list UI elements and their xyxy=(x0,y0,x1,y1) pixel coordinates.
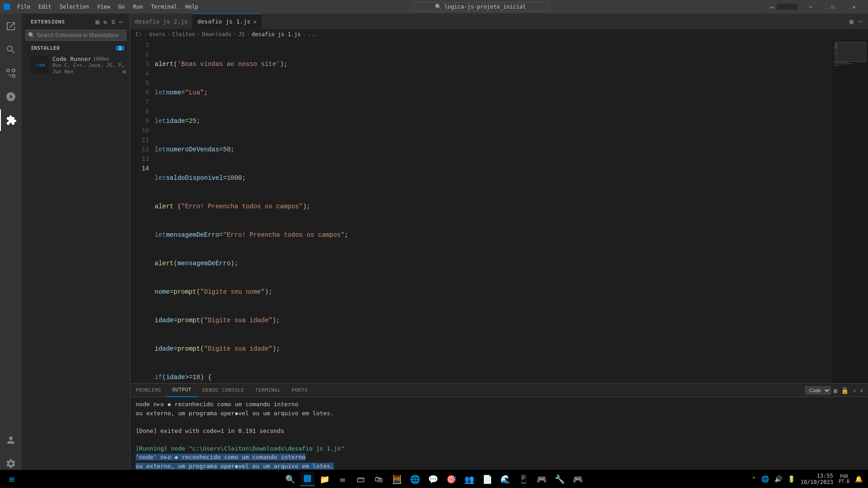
extension-code-runner[interactable]: .run Code Runner 1086ms Run C, C++, Java… xyxy=(22,53,130,78)
line-7: 7 xyxy=(130,98,149,107)
taskbar-calculator[interactable]: 🧮 xyxy=(389,471,405,487)
vscode-logo-icon xyxy=(4,4,10,10)
activity-source-control[interactable] xyxy=(0,62,22,84)
panel-tab-problems[interactable]: PROBLEMS xyxy=(130,384,167,397)
taskbar-store[interactable]: 🛍 xyxy=(371,471,387,487)
code-editor[interactable]: 1 2 3 4 5 6 7 8 9 10 11 12 13 14 alert('… xyxy=(130,40,868,383)
output-source-select[interactable]: Code xyxy=(805,386,831,394)
activity-extensions[interactable] xyxy=(0,109,22,131)
activity-run[interactable] xyxy=(0,86,22,108)
panel-tab-debug[interactable]: DEBUG CONSOLE xyxy=(197,384,250,397)
tab-desafio1[interactable]: desafio js 1.js ✕ xyxy=(193,14,262,29)
tab-desafio2-name: desafio js 2.js xyxy=(135,18,188,25)
taskbar-chevron-icon[interactable]: ⌃ xyxy=(750,474,757,483)
panel-lock-button[interactable]: 🔒 xyxy=(840,386,849,395)
taskbar-battery-icon[interactable]: 🔋 xyxy=(786,474,797,483)
terminal-line-5 xyxy=(136,435,863,444)
title-search[interactable]: 🔍 logica-js-projeto_inicial xyxy=(413,2,548,11)
minimap-image xyxy=(837,42,866,62)
code-line-5: let saldoDisponivel = 1000; xyxy=(153,174,832,183)
breadcrumb-cleiton: Cleiton xyxy=(172,31,195,38)
taskbar-teams[interactable]: 👥 xyxy=(461,471,477,487)
tab-close-button[interactable]: ✕ xyxy=(253,18,257,25)
activity-explorer[interactable] xyxy=(0,15,22,37)
taskbar-whatsapp[interactable]: 💬 xyxy=(425,471,441,487)
restore-button[interactable]: ❐ xyxy=(822,0,843,14)
code-line-4: let numeroDeVendas = 50; xyxy=(153,145,832,155)
activity-search[interactable] xyxy=(0,39,22,61)
nav-forward[interactable]: → xyxy=(768,3,776,11)
line-14: 14 xyxy=(130,164,149,174)
panel: PROBLEMS OUTPUT DEBUG CONSOLE TERMINAL P… xyxy=(130,383,868,478)
taskbar-phone[interactable]: 📱 xyxy=(515,471,532,487)
taskbar-time: 13:55 xyxy=(801,473,833,479)
panel-tabs: PROBLEMS OUTPUT DEBUG CONSOLE TERMINAL P… xyxy=(130,384,868,397)
taskbar-date: 10/10/2023 xyxy=(801,479,833,485)
menu-run[interactable]: Run xyxy=(129,3,146,11)
code-content[interactable]: alert('Boas vindas ao nosso site'); let … xyxy=(153,40,832,383)
taskbar-browser[interactable]: 🌐 xyxy=(407,471,423,487)
menu-terminal[interactable]: Terminal xyxy=(147,3,181,11)
more-tab-actions-button[interactable]: ⋯ xyxy=(857,17,864,26)
line-2: 2 xyxy=(130,50,149,60)
split-editor-button[interactable]: ▦ xyxy=(848,17,855,26)
taskbar-photos[interactable]: 🗃 xyxy=(353,471,369,487)
extension-gear-button[interactable]: ⚙ xyxy=(123,68,126,75)
taskbar-acrobat[interactable]: 📄 xyxy=(479,471,495,487)
panel-actions: Code ▦ 🔒 ↗ ✕ xyxy=(802,386,868,395)
tab-desafio1-name: desafio js 1.js xyxy=(197,18,250,25)
menu-help[interactable]: Help xyxy=(182,3,202,11)
titlebar: File Edit Selection View Go Run Terminal… xyxy=(0,0,868,14)
start-button[interactable]: ⊞ xyxy=(4,471,20,487)
line-6: 6 xyxy=(130,88,149,98)
breadcrumb-downloads: Downloads xyxy=(202,31,231,38)
taskbar-xbox[interactable]: 🎮 xyxy=(570,471,586,487)
titlebar-menu: File Edit Selection View Go Run Terminal… xyxy=(14,3,202,11)
panel-content[interactable]: node n▸o ◆ reconhecido como um comando i… xyxy=(130,397,868,478)
taskbar-lang[interactable]: POR PT-B xyxy=(837,473,851,485)
close-button[interactable]: ✕ xyxy=(844,0,864,14)
taskbar: ⊞ 🔍 📁 ✉ 🗃 🛍 🧮 🌐 💬 🎯 👥 📄 🌊 📱 🎮 🔧 🎮 ⌃ 🌐 🔊 … xyxy=(0,470,868,488)
taskbar-volume-icon[interactable]: 🔊 xyxy=(773,474,784,483)
installed-header[interactable]: INSTALLED 1 xyxy=(22,42,130,53)
menu-go[interactable]: Go xyxy=(115,3,128,11)
panel-maximize-button[interactable]: ↗ xyxy=(851,386,857,395)
taskbar-search-icon[interactable]: 🔍 xyxy=(282,471,298,487)
taskbar-clock[interactable]: 13:55 10/10/2023 xyxy=(799,472,835,486)
tab-desafio2[interactable]: desafio js 2.js xyxy=(130,14,193,29)
taskbar-discord[interactable]: 🎮 xyxy=(533,471,550,487)
activity-account[interactable] xyxy=(0,429,22,451)
menu-file[interactable]: File xyxy=(14,3,34,11)
search-extensions-input[interactable] xyxy=(25,30,126,41)
taskbar-mail[interactable]: ✉ xyxy=(335,471,351,487)
filter-extensions-button[interactable]: ▦ xyxy=(94,17,100,26)
taskbar-arc[interactable]: 🌊 xyxy=(497,471,514,487)
taskbar-vscode-button[interactable] xyxy=(300,472,315,486)
taskbar-red-icon[interactable]: 🎯 xyxy=(443,471,459,487)
sort-extensions-button[interactable]: ≡ xyxy=(110,17,116,26)
extension-name-row: Code Runner 1086ms xyxy=(52,56,126,62)
search-extensions-box[interactable]: 🔍 xyxy=(25,30,126,41)
refresh-extensions-button[interactable]: ↻ xyxy=(103,17,108,26)
taskbar-network-icon[interactable]: 🌐 xyxy=(760,474,771,483)
taskbar-file-explorer[interactable]: 📁 xyxy=(316,471,333,487)
taskbar-notification-icon[interactable]: 🔔 xyxy=(853,474,864,483)
menu-edit[interactable]: Edit xyxy=(35,3,55,11)
line-1: 1 xyxy=(130,41,149,50)
breadcrumb: C: › Users › Cleiton › Downloads › JS › … xyxy=(130,29,868,40)
menu-view[interactable]: View xyxy=(94,3,114,11)
panel-tab-terminal[interactable]: TERMINAL xyxy=(250,384,286,397)
taskbar-dev-tools[interactable]: 🔧 xyxy=(552,471,568,487)
nav-back[interactable]: ← xyxy=(759,3,767,11)
minimize-button[interactable]: ─ xyxy=(800,0,821,14)
more-extensions-button[interactable]: ⋯ xyxy=(118,17,124,26)
panel-split-button[interactable]: ▦ xyxy=(833,386,838,395)
panel-tab-output[interactable]: OUTPUT xyxy=(167,384,197,397)
terminal-line-1: node n▸o ◆ reconhecido como um comando i… xyxy=(136,400,863,409)
minimap xyxy=(832,40,868,383)
notifications-icon xyxy=(777,4,797,10)
menu-selection[interactable]: Selection xyxy=(56,3,93,11)
panel-close-button[interactable]: ✕ xyxy=(859,386,864,395)
panel-tab-ports[interactable]: PORTS xyxy=(286,384,313,397)
vscode-taskbar-icon xyxy=(304,475,311,482)
